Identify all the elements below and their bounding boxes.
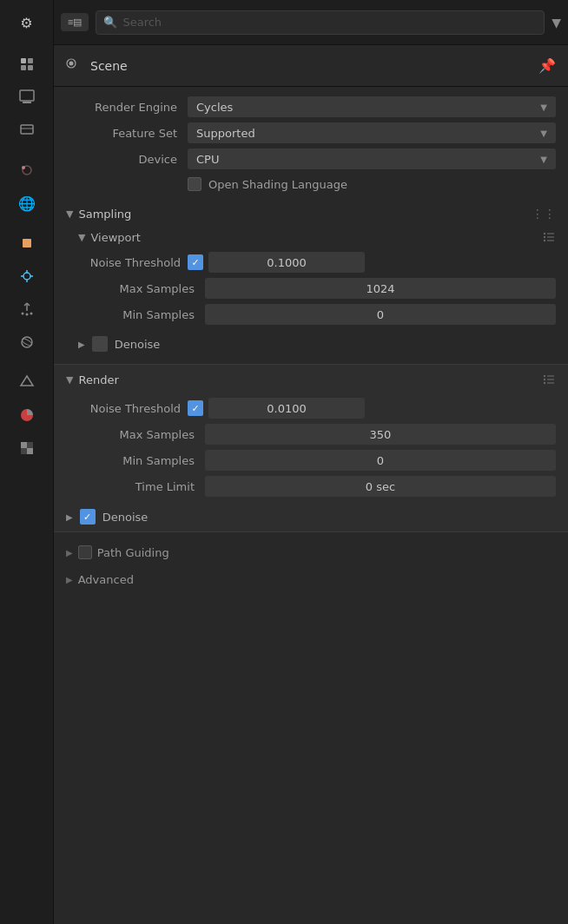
scene-props-icon[interactable] <box>10 155 44 186</box>
main-panel: ≡▤ 🔍 Search ▼ Scene 📌 Render Engine Cycl… <box>54 0 568 924</box>
path-guiding-row[interactable]: ▶ Path Guiding <box>54 541 568 564</box>
render-section-title: Render <box>78 373 118 386</box>
properties-content: Render Engine Cycles ▼ Feature Set Suppo… <box>54 87 568 924</box>
svg-rect-3 <box>28 65 33 70</box>
svg-rect-1 <box>28 58 33 63</box>
viewport-denoise-chevron[interactable]: ▶ <box>78 340 85 349</box>
object-icon[interactable] <box>10 228 44 259</box>
viewport-max-samples-label: Max Samples <box>66 282 205 295</box>
topbar-dropdown-icon[interactable]: ▼ <box>551 16 561 30</box>
render-max-samples-field[interactable]: 350 <box>205 424 556 445</box>
render-engine-row: Render Engine Cycles ▼ <box>54 94 568 120</box>
render-section-header[interactable]: ▼ Render <box>54 365 568 395</box>
svg-marker-24 <box>21 376 33 386</box>
render-noise-threshold-checkbox[interactable]: ✓ <box>188 400 203 416</box>
render-max-samples-value: 350 <box>370 428 392 441</box>
svg-rect-29 <box>27 448 33 454</box>
checkerboard-icon[interactable] <box>10 432 44 464</box>
feature-set-dropdown[interactable]: Supported ▼ <box>188 122 556 143</box>
advanced-row[interactable]: ▶ Advanced <box>54 569 568 591</box>
view-layer-icon[interactable] <box>10 115 44 146</box>
render-engine-arrow: ▼ <box>540 102 547 112</box>
sampling-chevron: ▼ <box>66 208 73 220</box>
render-noise-threshold-wrap: ✓ 0.0100 <box>188 398 365 419</box>
tool-icon[interactable]: ⚙ <box>10 7 44 38</box>
svg-rect-6 <box>21 125 33 134</box>
viewport-min-samples-field[interactable]: 0 <box>205 304 556 325</box>
viewport-noise-threshold-label: Noise Threshold <box>66 256 188 269</box>
feature-set-label: Feature Set <box>66 127 188 140</box>
pie-chart-icon[interactable] <box>10 399 44 431</box>
device-dropdown[interactable]: CPU ▼ <box>188 148 556 169</box>
scene-icon <box>66 56 82 76</box>
viewport-denoise-checkbox[interactable] <box>92 336 108 352</box>
left-sidebar: ⚙ 🌐 <box>0 0 54 924</box>
render-max-samples-label: Max Samples <box>66 428 205 441</box>
render-min-samples-label: Min Samples <box>66 454 205 467</box>
pin-icon[interactable]: 📌 <box>538 57 556 74</box>
sampling-section-header[interactable]: ▼ Sampling ⋮⋮ <box>54 201 568 226</box>
advanced-chevron: ▶ <box>66 575 73 584</box>
render-noise-threshold-row: Noise Threshold ✓ 0.0100 <box>54 395 568 421</box>
search-placeholder: Search <box>122 16 162 29</box>
viewport-min-samples-label: Min Samples <box>66 308 205 321</box>
device-arrow: ▼ <box>540 155 547 164</box>
viewport-min-samples-row: Min Samples 0 <box>54 301 568 327</box>
render-min-samples-value: 0 <box>377 454 384 467</box>
viewport-chevron: ▼ <box>78 232 85 243</box>
viewport-denoise-label: Denoise <box>115 338 161 351</box>
svg-point-39 <box>544 379 545 380</box>
panel-title: Scene <box>90 59 128 73</box>
render-noise-threshold-value: 0.0100 <box>267 402 307 415</box>
svg-point-20 <box>25 314 28 316</box>
particles-icon[interactable] <box>10 294 44 325</box>
sampling-menu-icon[interactable]: ⋮⋮ <box>532 207 556 221</box>
viewport-noise-threshold-checkbox[interactable]: ✓ <box>188 254 203 270</box>
topbar: ≡▤ 🔍 Search ▼ <box>54 0 568 45</box>
output-icon[interactable] <box>10 82 44 113</box>
render-properties-icon[interactable] <box>10 49 44 80</box>
sampling-title: Sampling <box>78 208 131 221</box>
render-noise-threshold-label: Noise Threshold <box>66 402 188 415</box>
viewport-min-samples-value: 0 <box>377 308 384 321</box>
render-engine-value: Cycles <box>196 101 233 114</box>
render-max-samples-row: Max Samples 350 <box>54 421 568 447</box>
viewport-noise-threshold-row: Noise Threshold ✓ 0.1000 <box>54 249 568 275</box>
feature-set-row: Feature Set Supported ▼ <box>54 120 568 146</box>
device-value: CPU <box>196 153 219 166</box>
physics-icon[interactable] <box>10 327 44 358</box>
viewport-max-samples-field[interactable]: 1024 <box>205 278 556 299</box>
advanced-label: Advanced <box>78 573 134 586</box>
render-min-samples-row: Min Samples 0 <box>54 447 568 473</box>
svg-point-40 <box>544 382 545 384</box>
svg-point-21 <box>30 313 32 315</box>
viewport-noise-threshold-value: 0.1000 <box>267 256 307 269</box>
viewport-menu-icon[interactable] <box>542 229 556 246</box>
filter-icon[interactable] <box>10 366 44 398</box>
render-denoise-chevron[interactable]: ▶ <box>66 512 73 522</box>
world-icon[interactable]: 🌐 <box>10 188 44 219</box>
search-bar[interactable]: 🔍 Search <box>96 10 545 35</box>
tab-1[interactable]: ≡▤ <box>61 13 89 31</box>
device-label: Device <box>66 153 188 166</box>
svg-rect-27 <box>27 442 33 448</box>
render-engine-label: Render Engine <box>66 101 188 114</box>
render-engine-dropdown[interactable]: Cycles ▼ <box>188 96 556 117</box>
path-guiding-checkbox[interactable] <box>78 545 92 559</box>
viewport-noise-threshold-field[interactable]: 0.1000 <box>208 252 365 273</box>
viewport-subsection-header[interactable]: ▼ Viewport <box>54 226 568 249</box>
render-denoise-checkbox[interactable]: ✓ <box>80 509 96 525</box>
device-row: Device CPU ▼ <box>54 146 568 172</box>
render-section-menu-icon[interactable] <box>542 372 556 388</box>
svg-rect-2 <box>21 65 26 70</box>
viewport-denoise-row: ▶ Denoise <box>54 333 568 355</box>
svg-rect-5 <box>23 102 31 103</box>
render-denoise-row: ▶ ✓ Denoise <box>54 505 568 531</box>
svg-rect-28 <box>21 448 27 454</box>
render-min-samples-field[interactable]: 0 <box>205 450 556 471</box>
svg-point-30 <box>69 61 74 65</box>
osl-checkbox[interactable] <box>188 177 201 191</box>
render-noise-threshold-field[interactable]: 0.0100 <box>208 398 365 419</box>
modifier-icon[interactable] <box>10 261 44 292</box>
render-time-limit-field[interactable]: 0 sec <box>205 476 556 497</box>
